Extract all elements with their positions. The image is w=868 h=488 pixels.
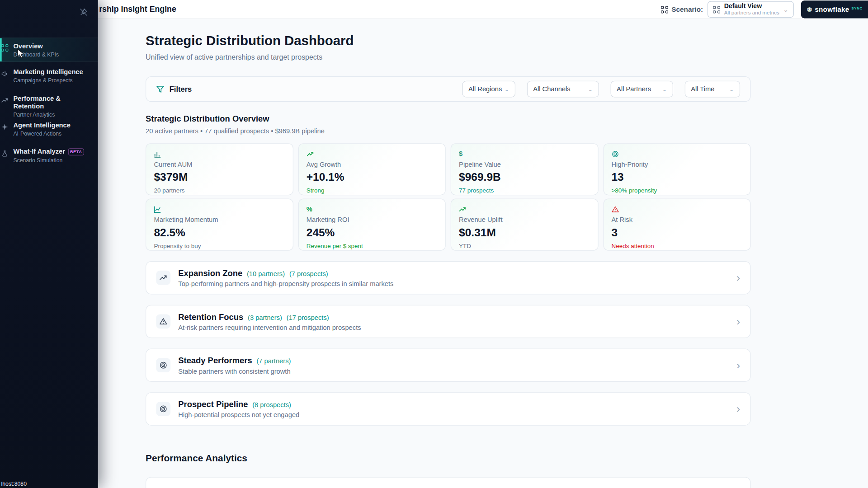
- kpi-card-marketing-roi: % Marketing ROI 245% Revenue per $ spent: [298, 199, 445, 251]
- filter-regions-select[interactable]: All Regions ⌄: [462, 81, 515, 98]
- kpi-value: 82.5%: [154, 226, 285, 239]
- kpi-value: 3: [611, 226, 742, 239]
- sidebar-nav: Overview Dashboard & KPIs Marketing Inte…: [0, 38, 98, 170]
- sidebar-item-label: Marketing Intelligence: [13, 68, 92, 76]
- chevron-right-icon[interactable]: ›: [736, 360, 740, 371]
- kpi-caption: Needs attention: [611, 242, 742, 249]
- sidebar-item-performance-retention[interactable]: Performance & Retention Partner Analytic…: [0, 91, 98, 115]
- line-chart-icon: [154, 206, 161, 213]
- kpi-label: Avg Growth: [307, 160, 438, 168]
- dollar-icon: $: [459, 150, 466, 158]
- bar-chart-icon: [154, 150, 161, 158]
- filter-partners-select[interactable]: All Partners ⌄: [611, 81, 673, 98]
- sidebar-item-label: Agent Intelligence: [13, 121, 92, 129]
- kpi-card-at-risk: At Risk 3 Needs attention: [603, 199, 750, 251]
- overview-heading: Strategic Distribution Overview: [146, 114, 750, 123]
- segment-title: Retention Focus: [178, 312, 243, 321]
- kpi-card-revenue-uplift: Revenue Uplift $0.31M YTD: [451, 199, 598, 251]
- segment-tag: (17 prospects): [287, 314, 329, 321]
- kpi-label: At Risk: [611, 216, 742, 224]
- snowflake-icon: ❅: [807, 5, 812, 14]
- filter-channels-select[interactable]: All Channels ⌄: [527, 81, 599, 98]
- segment-title: Expansion Zone: [178, 268, 242, 277]
- trending-up-icon: [156, 271, 170, 285]
- kpi-caption: Revenue per $ spent: [307, 242, 438, 249]
- flask-icon: [1, 150, 8, 157]
- kpi-card-marketing-momentum: Marketing Momentum 82.5% Propensity to b…: [146, 199, 293, 251]
- sidebar-item-overview[interactable]: Overview Dashboard & KPIs: [0, 38, 98, 62]
- segment-tag: (3 partners): [248, 314, 282, 321]
- segment-tag: (7 prospects): [289, 270, 328, 277]
- scenario-value: Default View: [724, 3, 779, 10]
- brand-suffix: SYNC: [851, 6, 863, 10]
- sidebar-item-sub: Dashboard & KPIs: [13, 52, 92, 57]
- sidebar-item-agent-intelligence[interactable]: Agent Intelligence AI-Powered Actions: [0, 117, 98, 142]
- brand-name: snowflake: [815, 5, 849, 13]
- kpi-caption: 20 partners: [154, 187, 285, 194]
- percent-icon: %: [307, 206, 314, 213]
- scenario-select[interactable]: Default View All partners and metrics ⌄: [708, 1, 794, 18]
- kpi-label: Marketing ROI: [307, 216, 438, 224]
- chevron-right-icon[interactable]: ›: [736, 316, 740, 327]
- segment-expansion-zone[interactable]: Expansion Zone (10 partners) (7 prospect…: [146, 261, 750, 294]
- snowflake-brand-badge: ❅ snowflake SYNC: [801, 0, 868, 18]
- sidebar-item-label: Performance & Retention: [13, 94, 92, 110]
- grid-icon: [1, 44, 8, 52]
- kpi-label: Revenue Uplift: [459, 216, 590, 224]
- target-icon: [611, 150, 618, 158]
- chevron-down-icon: ⌄: [729, 85, 734, 93]
- kpi-label: Marketing Momentum: [154, 216, 285, 224]
- target-icon: [156, 358, 170, 372]
- pin-off-icon[interactable]: [79, 8, 88, 17]
- kpi-value: $0.31M: [459, 226, 590, 239]
- trending-up-icon: [1, 97, 8, 104]
- kpi-value: $969.9B: [459, 171, 590, 183]
- beta-badge: BETA: [68, 148, 84, 155]
- sidebar-item-marketing-intelligence[interactable]: Marketing Intelligence Campaigns & Prosp…: [0, 64, 98, 89]
- alert-triangle-icon: [611, 206, 618, 213]
- page-subtitle: Unified view of active partnerships and …: [146, 53, 750, 61]
- segment-retention-focus[interactable]: Retention Focus (3 partners) (17 prospec…: [146, 305, 750, 338]
- scenario-sub: All partners and metrics: [724, 10, 779, 16]
- kpi-value: 245%: [307, 226, 438, 239]
- kpi-label: High-Priority: [611, 160, 742, 168]
- sidebar-item-sub: Campaigns & Prospects: [13, 77, 92, 83]
- filter-time-select[interactable]: All Time ⌄: [685, 81, 740, 98]
- filter-time-value: All Time: [691, 85, 714, 93]
- segment-steady-performers[interactable]: Steady Performers (7 partners) Stable pa…: [146, 348, 750, 381]
- kpi-value: 13: [611, 171, 742, 183]
- megaphone-icon: [1, 70, 8, 78]
- sidebar-item-label: Overview: [13, 42, 92, 50]
- scenario-label-wrap: Scenario:: [661, 5, 703, 13]
- app-stage: rship Insight Engine Scenario: Default V…: [0, 0, 868, 488]
- sparkles-icon: [1, 123, 8, 131]
- status-bar: lhost:8080: [1, 481, 27, 487]
- kpi-caption: Propensity to buy: [154, 242, 285, 249]
- alert-triangle-icon: [156, 314, 170, 329]
- app-title: rship Insight Engine: [99, 5, 176, 14]
- analytics-card: Distribution Performance & Opportunity C…: [146, 477, 750, 488]
- filters-bar: Filters All Regions ⌄ All Channels ⌄ All…: [146, 76, 750, 102]
- filters-label: Filters: [170, 85, 192, 93]
- scenario-label: Scenario:: [671, 5, 703, 13]
- sidebar-item-sub: AI-Powered Actions: [13, 131, 92, 136]
- segment-tag: (7 partners): [256, 357, 291, 365]
- filter-funnel-icon: [156, 85, 164, 93]
- segment-desc: Stable partners with consistent growth: [178, 367, 291, 375]
- kpi-caption: 77 prospects: [459, 187, 590, 194]
- target-icon: [156, 402, 170, 416]
- kpi-caption: Strong: [307, 187, 438, 194]
- sidebar-item-what-if-analyzer[interactable]: What-If AnalyzerBETA Scenario Simulation: [0, 144, 98, 168]
- chevron-right-icon[interactable]: ›: [736, 404, 740, 414]
- segment-desc: High-potential prospects not yet engaged: [178, 411, 299, 418]
- trending-up-icon: [459, 206, 466, 213]
- segment-desc: Top-performing partners and high-propens…: [178, 280, 393, 287]
- kpi-card-pipeline-value: $ Pipeline Value $969.9B 77 prospects: [451, 143, 598, 195]
- segment-prospect-pipeline[interactable]: Prospect Pipeline (8 prospects) High-pot…: [146, 392, 750, 425]
- chevron-right-icon[interactable]: ›: [736, 272, 740, 283]
- kpi-card-high-priority: High-Priority 13 >80% propensity: [603, 143, 750, 195]
- filter-partners-value: All Partners: [617, 85, 651, 93]
- chevron-down-icon: ⌄: [588, 85, 593, 93]
- overview-summary: 20 active partners • 77 qualified prospe…: [146, 127, 750, 135]
- kpi-value: $379M: [154, 171, 285, 183]
